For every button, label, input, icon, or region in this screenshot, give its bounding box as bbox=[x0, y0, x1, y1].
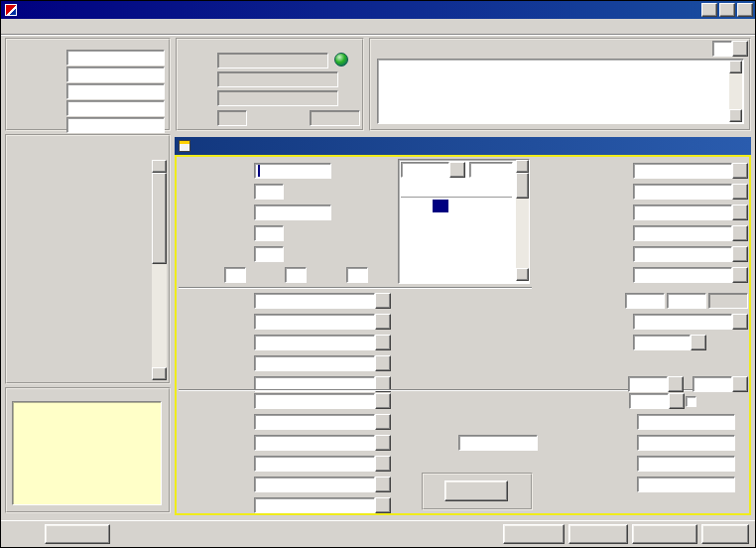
departure-field[interactable] bbox=[254, 205, 331, 220]
nights-field[interactable] bbox=[254, 184, 284, 200]
children-10-15-field[interactable] bbox=[346, 267, 368, 283]
email-input[interactable] bbox=[66, 117, 165, 133]
city-field[interactable] bbox=[633, 184, 732, 200]
contact-dropdown-button[interactable] bbox=[375, 497, 391, 513]
source-field[interactable] bbox=[254, 456, 375, 472]
rm-type-field[interactable] bbox=[693, 376, 732, 392]
profile-name-dropdown-button[interactable] bbox=[375, 393, 391, 409]
calendar-day[interactable] bbox=[480, 200, 496, 212]
contact-field[interactable] bbox=[254, 497, 375, 513]
children-0-6-field[interactable] bbox=[224, 267, 246, 283]
calendar-day[interactable] bbox=[417, 238, 433, 251]
sell-message-scrollbar[interactable] bbox=[729, 61, 742, 122]
corp-no-field[interactable] bbox=[637, 456, 735, 472]
first-name-input[interactable] bbox=[66, 67, 165, 82]
rate-from-field[interactable] bbox=[625, 293, 665, 309]
calendar-day[interactable] bbox=[401, 251, 417, 264]
calendar-day[interactable] bbox=[401, 225, 417, 238]
features-field[interactable] bbox=[254, 314, 375, 330]
chain-dropdown-button[interactable] bbox=[375, 293, 391, 309]
block-name-field[interactable] bbox=[633, 246, 732, 262]
rooms-field[interactable] bbox=[254, 225, 284, 241]
member-no-field[interactable] bbox=[637, 414, 735, 430]
fax-input[interactable] bbox=[66, 100, 165, 116]
iata-no-field[interactable] bbox=[637, 477, 735, 492]
scroll-up-icon[interactable] bbox=[516, 160, 529, 173]
calendar-day[interactable] bbox=[464, 238, 480, 251]
redeem-award-checkbox[interactable] bbox=[686, 396, 696, 407]
rm-class-field[interactable] bbox=[628, 376, 668, 392]
region-dropdown-button[interactable] bbox=[732, 205, 748, 220]
source-dropdown-button[interactable] bbox=[375, 456, 391, 472]
pkg-elements-dropdown-button[interactable] bbox=[375, 335, 391, 350]
company-field[interactable] bbox=[254, 414, 375, 430]
scroll-up-icon[interactable] bbox=[152, 160, 167, 173]
calendar-day[interactable] bbox=[448, 251, 464, 264]
scroll-up-icon[interactable] bbox=[729, 61, 742, 73]
children-7-10-field[interactable] bbox=[285, 267, 307, 283]
define-srch-button[interactable] bbox=[503, 524, 565, 544]
close-button[interactable] bbox=[737, 3, 753, 17]
guest-name-field[interactable] bbox=[217, 53, 328, 68]
search-button[interactable] bbox=[45, 524, 110, 544]
calendar-day[interactable] bbox=[480, 225, 496, 238]
calendar-day[interactable] bbox=[417, 212, 433, 225]
travel-agent-dropdown-button[interactable] bbox=[375, 435, 391, 451]
calendar-day[interactable] bbox=[496, 251, 512, 264]
rate-class-field[interactable] bbox=[633, 314, 732, 330]
calendar-day[interactable] bbox=[417, 251, 433, 264]
scrollbar-thumb[interactable] bbox=[152, 173, 167, 264]
attraction-field[interactable] bbox=[254, 355, 375, 371]
member-type-field[interactable] bbox=[629, 393, 669, 409]
properties-button[interactable] bbox=[568, 524, 628, 544]
calendar-day[interactable] bbox=[480, 238, 496, 251]
chain-field[interactable] bbox=[254, 293, 375, 309]
vip-field[interactable] bbox=[217, 110, 247, 126]
pkg-elements-field[interactable] bbox=[254, 335, 375, 350]
block-name-dropdown-button[interactable] bbox=[732, 246, 748, 262]
calendar-day[interactable] bbox=[448, 212, 464, 225]
calendar-day[interactable] bbox=[417, 200, 433, 212]
rate-category-field[interactable] bbox=[633, 335, 691, 350]
end-call-button[interactable] bbox=[701, 524, 749, 544]
language-dropdown-button[interactable] bbox=[732, 41, 748, 57]
company-dropdown-button[interactable] bbox=[375, 414, 391, 430]
rate-class-dropdown-button[interactable] bbox=[732, 314, 748, 330]
calendar-month-dropdown-button[interactable] bbox=[449, 162, 465, 178]
calendar-day[interactable] bbox=[496, 200, 512, 212]
calendar-scrollbar[interactable] bbox=[516, 160, 529, 281]
block-code-field[interactable] bbox=[633, 225, 732, 241]
rate-code-dropdown-button[interactable] bbox=[732, 267, 748, 283]
rate-to-field[interactable] bbox=[667, 293, 706, 309]
ta-rec-loc-field[interactable] bbox=[458, 435, 538, 451]
calendar-day[interactable] bbox=[448, 200, 464, 212]
speed-search-input-area[interactable] bbox=[12, 401, 162, 505]
group-dropdown-button[interactable] bbox=[375, 477, 391, 492]
calendar-day[interactable] bbox=[433, 251, 448, 264]
scroll-down-icon[interactable] bbox=[152, 367, 167, 380]
property-dropdown-button[interactable] bbox=[732, 163, 748, 179]
rm-class-dropdown-button[interactable] bbox=[668, 376, 684, 392]
minimize-button[interactable] bbox=[701, 3, 717, 17]
city-dropdown-button[interactable] bbox=[732, 184, 748, 200]
rate-currency-field[interactable] bbox=[708, 293, 748, 309]
calendar-day[interactable] bbox=[464, 212, 480, 225]
scroll-down-icon[interactable] bbox=[516, 268, 529, 281]
client-id-field[interactable] bbox=[637, 435, 735, 451]
calendar-day[interactable] bbox=[464, 225, 480, 238]
maximize-button[interactable] bbox=[719, 3, 735, 17]
calendar-day[interactable] bbox=[433, 225, 448, 238]
guest-phone-field[interactable] bbox=[217, 90, 338, 106]
features-dropdown-button[interactable] bbox=[375, 314, 391, 330]
calendar-day[interactable] bbox=[464, 200, 480, 212]
rate-code-field[interactable] bbox=[633, 267, 732, 283]
calendar-day[interactable] bbox=[480, 251, 496, 264]
speed-help-scrollbar[interactable] bbox=[152, 160, 167, 380]
scroll-down-icon[interactable] bbox=[729, 109, 742, 122]
calendar-day-selected[interactable] bbox=[433, 200, 448, 212]
points-avail-field[interactable] bbox=[310, 110, 360, 126]
calendar-day[interactable] bbox=[401, 238, 417, 251]
caller-phone-input[interactable] bbox=[66, 83, 165, 99]
calendar-day[interactable] bbox=[417, 225, 433, 238]
calendar-day[interactable] bbox=[448, 238, 464, 251]
